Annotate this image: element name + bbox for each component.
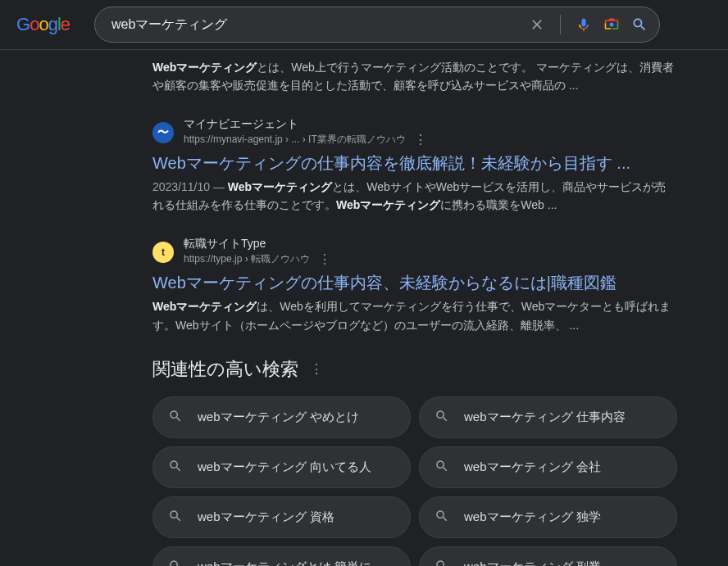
source-name: マイナビエージェント [184, 117, 427, 132]
result-snippet: 2023/11/10 — Webマーケティングとは、WebサイトやWebサービス… [152, 178, 677, 214]
related-search-pill[interactable]: webマーケティング 資格 [152, 496, 411, 538]
more-icon[interactable]: ⋮ [414, 132, 427, 147]
header: Google [0, 0, 728, 50]
search-icon [168, 409, 183, 426]
result-title[interactable]: Webマーケティングの仕事内容、未経験からなるには|職種図鑑 [152, 272, 677, 294]
favicon: t [152, 242, 174, 263]
related-text: webマーケティング やめとけ [198, 409, 359, 425]
related-text: webマーケティング 副業 [464, 559, 601, 566]
image-search-icon[interactable] [603, 16, 620, 33]
favicon: 〜 [152, 122, 174, 143]
result-title[interactable]: Webマーケティングの仕事内容を徹底解説！未経験から目指す ... [152, 152, 677, 174]
main-content: Webマーケティングとは、Web上で行うマーケティング活動のことです。 マーケテ… [152, 50, 677, 566]
related-search-pill[interactable]: webマーケティングとは 簡単に [152, 546, 411, 566]
related-text: webマーケティングとは 簡単に [198, 559, 371, 566]
source-url: https://mynavi-agent.jp › ... › IT業界の転職ノ… [184, 133, 406, 147]
search-icon [168, 509, 183, 526]
clear-icon[interactable] [529, 16, 545, 33]
related-search-pill[interactable]: webマーケティング やめとけ [152, 396, 411, 438]
related-search-pill[interactable]: webマーケティング 会社 [419, 446, 677, 488]
search-result: t 転職サイトType https://type.jp › 転職ノウハウ ⋮ W… [152, 237, 677, 333]
related-text: webマーケティング 向いてる人 [198, 459, 371, 475]
result-header: 〜 マイナビエージェント https://mynavi-agent.jp › .… [152, 117, 677, 147]
search-icon [168, 559, 183, 566]
related-title: 関連性の高い検索 [152, 357, 298, 382]
google-logo[interactable]: Google [16, 14, 70, 35]
source-url: https://type.jp › 転職ノウハウ [184, 252, 310, 266]
search-icon [435, 559, 449, 566]
related-text: webマーケティング 独学 [464, 509, 601, 525]
source-name: 転職サイトType [184, 237, 331, 251]
search-input[interactable] [107, 17, 529, 32]
related-searches-grid: webマーケティング やめとけwebマーケティング 仕事内容webマーケティング… [152, 396, 677, 566]
related-search-pill[interactable]: webマーケティング 仕事内容 [419, 396, 677, 438]
related-search-pill[interactable]: webマーケティング 副業 [419, 546, 677, 566]
related-text: webマーケティング 会社 [464, 459, 601, 475]
search-icon [435, 459, 449, 476]
result-snippet: Webマーケティングは、Webを利用してマーケティングを行う仕事で、Webマーケ… [152, 297, 677, 333]
featured-snippet: Webマーケティングとは、Web上で行うマーケティング活動のことです。 マーケテ… [152, 58, 677, 94]
search-icon [435, 509, 449, 526]
divider [560, 15, 561, 34]
related-searches-header: 関連性の高い検索 ⋮ [152, 357, 677, 382]
search-bar [94, 7, 660, 43]
search-result: 〜 マイナビエージェント https://mynavi-agent.jp › .… [152, 117, 677, 214]
search-icon [435, 409, 449, 426]
result-header: t 転職サイトType https://type.jp › 転職ノウハウ ⋮ [152, 237, 677, 267]
more-icon[interactable]: ⋮ [318, 251, 331, 267]
search-icon[interactable] [631, 16, 648, 33]
voice-search-icon[interactable] [576, 16, 592, 33]
more-icon[interactable]: ⋮ [310, 361, 323, 377]
related-search-pill[interactable]: webマーケティング 独学 [419, 496, 677, 538]
search-icon [168, 459, 183, 476]
related-text: webマーケティング 資格 [198, 509, 334, 525]
svg-point-0 [610, 23, 614, 27]
related-search-pill[interactable]: webマーケティング 向いてる人 [152, 446, 411, 488]
related-text: webマーケティング 仕事内容 [464, 409, 626, 425]
